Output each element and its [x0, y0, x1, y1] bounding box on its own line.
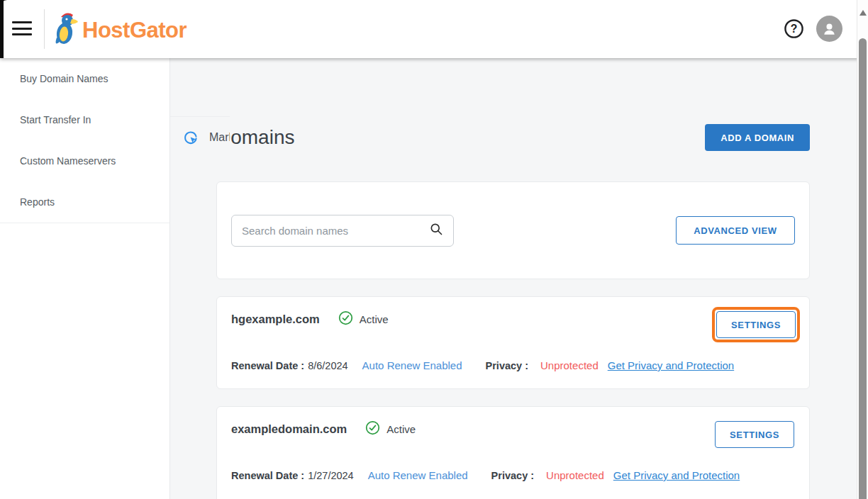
domain-card: hgexample.com Active SETTINGS Renewal Da…	[216, 296, 810, 389]
domain-name: hgexample.com	[231, 313, 320, 326]
sidebar-item-label: Start Transfer In	[20, 114, 91, 125]
brand-name: HostGator	[82, 18, 187, 43]
account-avatar[interactable]	[816, 16, 842, 42]
domain-card: exampledomain.com Active SETTINGS Renewa…	[216, 406, 810, 499]
help-icon[interactable]: ?	[784, 18, 804, 39]
advanced-view-button[interactable]: ADVANCED VIEW	[676, 216, 795, 245]
domain-status: Active	[338, 310, 389, 328]
search-input[interactable]	[242, 225, 429, 237]
user-icon	[821, 21, 838, 37]
auto-renew-status: Auto Renew Enabled	[362, 359, 462, 371]
sidebar-item-custom-nameservers[interactable]: Custom Nameservers	[0, 140, 169, 181]
vertical-scrollbar[interactable]	[857, 0, 868, 499]
search-icon[interactable]	[429, 222, 443, 239]
scroll-up-arrow-icon[interactable]	[857, 6, 868, 18]
page-title-row: Domains ADD A DOMAIN	[216, 123, 810, 152]
sidebar-item-label: Custom Nameservers	[20, 155, 116, 167]
settings-highlight-ring: SETTINGS	[712, 307, 800, 342]
domain-name: exampledomain.com	[231, 422, 347, 436]
click-target-icon	[183, 130, 199, 145]
sidebar: Home Websites cPanel Email Domai	[0, 58, 170, 499]
sidebar-item-reports[interactable]: Reports	[0, 181, 169, 223]
status-label: Active	[386, 423, 416, 435]
app-window: HostGator ? Home	[0, 0, 868, 499]
gator-mascot-icon	[52, 12, 78, 49]
window-left-edge	[0, 0, 4, 58]
add-a-domain-button[interactable]: ADD A DOMAIN	[705, 124, 810, 151]
privacy-status: Unprotected	[546, 469, 604, 481]
sidebar-item-marketing[interactable]: Marketing	[170, 116, 230, 157]
check-circle-icon	[365, 420, 380, 438]
svg-text:?: ?	[791, 23, 798, 35]
hamburger-menu-icon[interactable]	[12, 19, 32, 38]
top-header: HostGator ?	[0, 0, 868, 58]
sidebar-item-label: Reports	[20, 196, 55, 208]
sidebar-divider	[0, 223, 169, 223]
settings-button[interactable]: SETTINGS	[716, 311, 796, 338]
auto-renew-status: Auto Renew Enabled	[368, 469, 468, 481]
renewal-date-label: Renewal Date :	[231, 360, 304, 371]
get-privacy-link[interactable]: Get Privacy and Protection	[608, 359, 734, 371]
get-privacy-link[interactable]: Get Privacy and Protection	[613, 469, 740, 481]
settings-button[interactable]: SETTINGS	[715, 421, 794, 448]
domain-meta-row: Renewal Date : 8/6/2024 Auto Renew Enabl…	[231, 359, 795, 371]
search-panel: ADVANCED VIEW	[216, 181, 810, 279]
main-content: Domains ADD A DOMAIN ADVANCED VIEW hgexa…	[170, 58, 857, 499]
renewal-date-value: 8/6/2024	[308, 360, 347, 371]
domain-card-top-row: hgexample.com Active	[231, 310, 795, 328]
domain-card-top-row: exampledomain.com Active	[231, 420, 795, 438]
status-label: Active	[360, 313, 389, 325]
renewal-date-value: 1/27/2024	[308, 470, 354, 481]
domain-status: Active	[365, 420, 416, 438]
privacy-label: Privacy :	[486, 360, 528, 371]
sidebar-item-label: Buy Domain Names	[20, 73, 108, 84]
sidebar-item-label: Marketing	[209, 131, 230, 144]
renewal-date-label: Renewal Date :	[231, 470, 304, 481]
domain-meta-row: Renewal Date : 1/27/2024 Auto Renew Enab…	[231, 469, 795, 481]
check-circle-icon	[338, 310, 353, 328]
domain-search-box[interactable]	[231, 215, 454, 247]
scrollbar-thumb[interactable]	[859, 38, 867, 499]
sidebar-item-start-transfer-in[interactable]: Start Transfer In	[0, 99, 169, 140]
privacy-status: Unprotected	[540, 359, 599, 371]
brand-logo[interactable]: HostGator	[52, 12, 187, 49]
header-divider	[44, 9, 45, 49]
sidebar-item-buy-domain-names[interactable]: Buy Domain Names	[0, 58, 169, 99]
privacy-label: Privacy :	[491, 470, 534, 481]
